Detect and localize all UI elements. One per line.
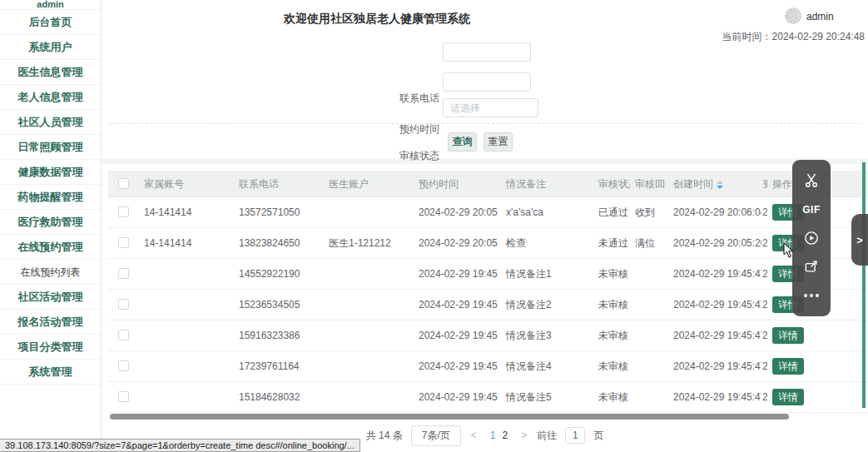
detail-button[interactable]: 详情 <box>772 327 804 344</box>
sidebar-item-4[interactable]: 社区人员管理 <box>0 110 101 135</box>
column-header-label: 审核状态 <box>598 178 630 190</box>
sidebar-item-14[interactable]: 系统管理 <box>0 360 101 385</box>
cell-doctor <box>320 197 410 227</box>
right-edge-strip <box>862 162 866 408</box>
detail-button[interactable]: 详情 <box>772 358 804 375</box>
page-numbers: 12 <box>487 430 511 441</box>
cell-status: 未审核 <box>593 351 630 381</box>
mouse-cursor <box>783 242 795 262</box>
cell-phone: 14552922190 <box>231 259 320 289</box>
play-icon[interactable] <box>802 229 821 247</box>
status-select[interactable] <box>443 98 538 117</box>
table-body: 14-141414135725710502024-02-29 20:05:00x… <box>108 197 868 413</box>
page-number-2[interactable]: 2 <box>499 430 512 441</box>
cell-clipped: 2 <box>761 382 767 412</box>
row-checkbox[interactable] <box>118 268 129 279</box>
cell-appoint_time: 2024-02-29 19:45:47 <box>410 259 498 289</box>
cell-phone: 15236534505 <box>231 290 320 320</box>
cell-note: 情况备注5 <box>498 382 593 412</box>
cell-appoint_time: 2024-02-29 20:05:00 <box>410 228 498 258</box>
cell-note: 检查 <box>498 228 593 258</box>
cell-clipped: 2 <box>761 320 767 350</box>
goto-label: 前往 <box>537 429 557 443</box>
row-checkbox[interactable] <box>118 206 129 217</box>
cell-appoint_time: 2024-02-29 20:05:00 <box>410 197 498 227</box>
table-row-4: 159163233862024-02-29 19:45:47情况备注3未审核20… <box>108 320 868 351</box>
gif-icon[interactable]: GIF <box>802 201 821 219</box>
horizontal-scrollbar <box>108 414 868 420</box>
cell-note: x'a'sa'ca <box>498 197 593 227</box>
page-title: 欢迎使用社区独居老人健康管理系统 <box>284 12 470 27</box>
column-header-label: 医生账户 <box>329 178 369 190</box>
table-row-5: 172397611642024-02-29 19:45:47情况备注4未审核20… <box>108 351 868 382</box>
screenshot-icon[interactable] <box>802 257 821 276</box>
cell-create_time: 2024-02-29 19:45:47 <box>665 382 761 412</box>
sidebar-item-5[interactable]: 日常照顾管理 <box>0 135 101 160</box>
table-panel: 家属账号联系电话医生账户预约时间情况备注审核状态审核回复创建时间更操作 14-1… <box>102 164 868 452</box>
sidebar-item-1[interactable]: 系统用户 <box>0 35 101 60</box>
goto-page-input[interactable] <box>565 427 585 444</box>
sidebar-item-11[interactable]: 社区活动管理 <box>0 285 101 310</box>
more-icon[interactable] <box>802 286 821 305</box>
cell-phone: 17239761164 <box>231 351 320 381</box>
phone-input[interactable] <box>443 42 531 62</box>
row-checkbox[interactable] <box>118 299 129 310</box>
sidebar-item-3[interactable]: 老人信息管理 <box>0 85 101 110</box>
current-time-label: 当前时间： <box>722 31 772 42</box>
cell-reply <box>630 320 665 350</box>
sidebar-item-8[interactable]: 医疗救助管理 <box>0 210 101 235</box>
cell-doctor <box>320 290 410 320</box>
next-page-icon[interactable]: > <box>519 430 528 441</box>
prev-page-icon[interactable]: < <box>469 430 479 441</box>
sort-caret-icon[interactable] <box>717 181 723 189</box>
current-time: 当前时间：2024-02-29 20:24:48 <box>722 30 865 44</box>
detail-button[interactable]: 详情 <box>772 389 804 405</box>
column-header-label: 预约时间 <box>419 178 459 190</box>
sidebar-item-6[interactable]: 健康数据管理 <box>0 160 101 185</box>
cell-phone: 15916323386 <box>231 320 320 350</box>
sidebar-item-0[interactable]: 后台首页 <box>0 10 101 35</box>
sidebar-item-9[interactable]: 在线预约管理 <box>0 235 101 260</box>
cell-phone: 13823824650 <box>231 228 320 258</box>
column-header-label: 情况备注 <box>506 178 546 190</box>
expand-panel-tab[interactable]: > <box>851 214 868 266</box>
cell-note: 情况备注4 <box>498 351 593 381</box>
sidebar-item-7[interactable]: 药物提醒管理 <box>0 185 101 210</box>
header-username[interactable]: admin <box>806 11 834 22</box>
clipped-column-header: 更 <box>761 171 767 196</box>
scrollbar-thumb[interactable] <box>110 414 789 420</box>
query-button[interactable]: 查询 <box>448 132 477 151</box>
avatar[interactable] <box>785 7 801 24</box>
pagination-total: 共 14 条 <box>366 429 403 443</box>
cell-appoint_time: 2024-02-29 19:45:47 <box>410 382 498 412</box>
scissors-icon[interactable] <box>802 171 821 190</box>
sidebar-item-13[interactable]: 项目分类管理 <box>0 335 101 360</box>
page-number-1[interactable]: 1 <box>487 430 499 441</box>
cell-phone: 13572571050 <box>231 197 320 227</box>
row-checkbox[interactable] <box>118 360 129 371</box>
reset-button[interactable]: 重置 <box>484 132 513 151</box>
cell-account: 14-141414 <box>136 228 231 258</box>
table-row-3: 152365345052024-02-29 19:45:47情况备注2未审核20… <box>108 290 868 320</box>
column-header-label: 创建时间 <box>673 178 713 190</box>
select-all-checkbox[interactable] <box>118 178 129 189</box>
table-row-0: 14-141414135725710502024-02-29 20:05:00x… <box>108 197 868 228</box>
row-checkbox[interactable] <box>118 391 129 402</box>
sidebar-item-12[interactable]: 报名活动管理 <box>0 310 101 335</box>
cell-account <box>136 382 231 412</box>
cell-reply <box>630 351 665 381</box>
main-area: 欢迎使用社区独居老人健康管理系统 admin 当前时间：2024-02-29 2… <box>102 0 868 452</box>
cell-status: 未审核 <box>593 320 630 350</box>
form-divider <box>108 123 861 124</box>
column-header-create_time[interactable]: 创建时间 <box>665 171 761 196</box>
current-time-value: 2024-02-29 20:24:48 <box>772 31 865 42</box>
row-checkbox[interactable] <box>118 237 129 248</box>
row-checkbox[interactable] <box>118 330 129 340</box>
appoint-time-input[interactable] <box>443 72 531 92</box>
page-size-select[interactable]: 7条/页 <box>411 425 461 446</box>
cell-status: 未通过 <box>593 228 630 258</box>
cell-reply: 满位 <box>630 228 665 258</box>
sidebar-subitem-10[interactable]: 在线预约列表 <box>0 260 101 285</box>
cell-account <box>136 351 231 381</box>
sidebar-item-2[interactable]: 医生信息管理 <box>0 60 101 85</box>
